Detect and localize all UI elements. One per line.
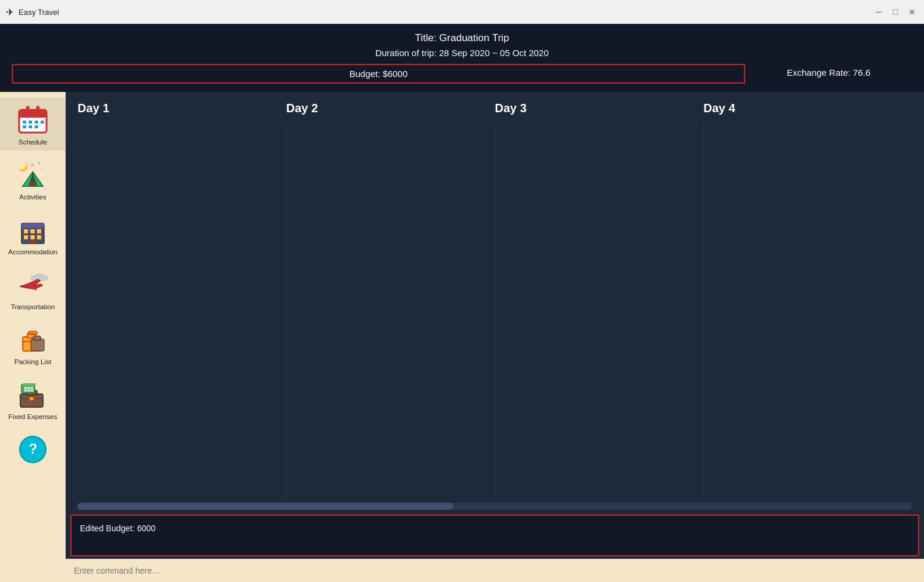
app-title: Easy Travel — [18, 8, 59, 17]
svg-text:✦: ✦ — [37, 161, 41, 166]
scrollbar-track[interactable] — [78, 503, 912, 510]
svg-rect-17 — [29, 181, 37, 186]
sidebar-item-accommodation[interactable]: Accommodation — [0, 208, 66, 260]
day-headers: Day 1 Day 2 Day 3 Day 4 — [66, 92, 924, 122]
sidebar-item-transportation[interactable]: Transportation — [0, 263, 66, 315]
output-area: Edited Budget: 6000 — [70, 515, 919, 556]
day-1-header: Day 1 — [78, 101, 286, 115]
command-input[interactable] — [74, 566, 916, 575]
sidebar-packing-label: Packing List — [14, 358, 51, 365]
svg-rect-7 — [41, 121, 44, 124]
fixed-expenses-icon: $$$ — [16, 377, 50, 412]
title-bar: ✈ Easy Travel ─ □ ✕ — [0, 0, 924, 24]
svg-rect-25 — [37, 235, 41, 239]
app-icon: ✈ — [6, 7, 14, 18]
sidebar-transportation-label: Transportation — [11, 303, 55, 310]
svg-rect-24 — [30, 235, 35, 239]
svg-text:?: ? — [29, 441, 38, 457]
sidebar-item-schedule[interactable]: Schedule — [0, 98, 66, 150]
command-bar — [66, 559, 924, 582]
close-button[interactable]: ✕ — [906, 6, 918, 18]
exchange-rate-display: Exchange Rate: 76.6 — [745, 64, 912, 84]
sidebar-item-help[interactable]: ? — [0, 427, 66, 473]
svg-rect-19 — [21, 223, 44, 228]
sidebar-item-activities[interactable]: 🌙 ✦ ✦ ✦ Activities — [0, 153, 66, 205]
help-icon: ? — [16, 432, 50, 467]
svg-rect-36 — [33, 336, 41, 340]
svg-rect-35 — [31, 339, 44, 351]
svg-rect-2 — [26, 106, 29, 113]
day-1-column — [78, 122, 286, 500]
header: Title: Graduation Trip Duration of trip:… — [0, 24, 924, 92]
trip-title: Title: Graduation Trip — [12, 32, 912, 44]
title-bar-left: ✈ Easy Travel — [6, 7, 59, 18]
svg-rect-9 — [29, 125, 32, 128]
accommodation-icon — [16, 213, 50, 247]
svg-rect-42 — [23, 383, 36, 386]
schedule-icon — [16, 103, 50, 137]
svg-text:🌙: 🌙 — [18, 162, 29, 172]
svg-rect-20 — [24, 229, 28, 233]
transportation-icon — [16, 267, 50, 302]
title-bar-controls: ─ □ ✕ — [873, 6, 918, 18]
maximize-button[interactable]: □ — [889, 6, 901, 18]
app-body: Title: Graduation Trip Duration of trip:… — [0, 24, 924, 582]
sidebar-activities-label: Activities — [19, 193, 46, 201]
packing-icon — [16, 322, 50, 357]
trip-duration: Duration of trip: 28 Sep 2020 ~ 05 Oct 2… — [12, 48, 912, 58]
svg-rect-22 — [37, 229, 41, 233]
svg-rect-21 — [30, 229, 35, 233]
day-3-column — [495, 122, 704, 500]
scrollbar-area[interactable] — [66, 500, 924, 512]
day-3-header: Day 3 — [495, 101, 704, 115]
sidebar-schedule-label: Schedule — [18, 138, 47, 146]
sidebar-item-packing[interactable]: Packing List — [0, 318, 66, 370]
svg-text:✦: ✦ — [41, 167, 44, 170]
svg-rect-23 — [24, 235, 28, 239]
svg-rect-1 — [19, 110, 47, 118]
svg-point-40 — [29, 397, 34, 401]
day-2-header: Day 2 — [286, 101, 495, 115]
sidebar: Schedule 🌙 ✦ ✦ ✦ — [0, 92, 66, 582]
content-area: Day 1 Day 2 Day 3 Day 4 Edited Budget — [66, 92, 924, 582]
svg-rect-10 — [35, 125, 38, 128]
output-text: Edited Budget: 6000 — [80, 524, 156, 533]
svg-text:✦: ✦ — [30, 162, 35, 168]
svg-rect-3 — [36, 106, 39, 113]
svg-rect-5 — [29, 121, 32, 124]
sidebar-accommodation-label: Accommodation — [8, 248, 57, 255]
schedule-grid — [66, 122, 924, 500]
header-bottom: Budget: $6000 Exchange Rate: 76.6 — [12, 64, 912, 84]
svg-point-28 — [40, 275, 48, 281]
main-row: Schedule 🌙 ✦ ✦ ✦ — [0, 92, 924, 582]
scrollbar-thumb[interactable] — [78, 503, 453, 510]
sidebar-fixed-expenses-label: Fixed Expenses — [8, 413, 57, 420]
minimize-button[interactable]: ─ — [873, 6, 885, 18]
day-2-column — [286, 122, 495, 500]
sidebar-item-fixed-expenses[interactable]: $$$ Fixed Expenses — [0, 372, 66, 425]
day-4-column — [704, 122, 912, 500]
budget-display: Budget: $6000 — [12, 64, 745, 84]
svg-rect-26 — [30, 240, 36, 244]
svg-rect-8 — [23, 125, 26, 128]
svg-text:$$$: $$$ — [24, 386, 34, 393]
activities-icon: 🌙 ✦ ✦ ✦ — [16, 158, 50, 192]
day-4-header: Day 4 — [703, 101, 912, 115]
svg-rect-4 — [23, 121, 26, 124]
svg-rect-6 — [35, 121, 38, 124]
